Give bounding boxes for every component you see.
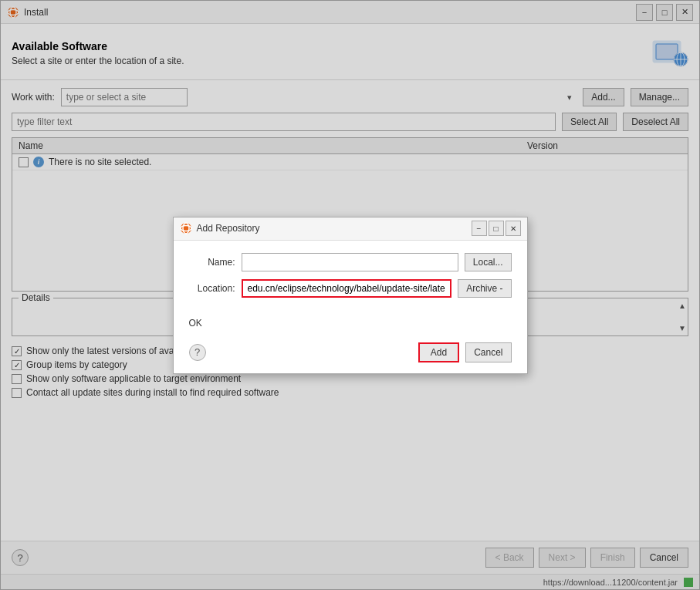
dialog-help-button[interactable]: ? bbox=[189, 344, 206, 361]
dialog-title-bar: Add Repository − □ ✕ bbox=[174, 217, 527, 241]
dialog-eclipse-icon bbox=[180, 222, 192, 234]
local-button[interactable]: Local... bbox=[465, 253, 512, 271]
dialog-cancel-button[interactable]: Cancel bbox=[465, 342, 511, 362]
name-field-row: Name: Local... bbox=[189, 253, 512, 271]
dialog-content: Name: Local... Location: Archive - bbox=[174, 241, 527, 318]
dialog-minimize-button[interactable]: − bbox=[472, 221, 487, 236]
dialog-title-controls: − □ ✕ bbox=[472, 221, 521, 236]
dialog-footer: ? Add Cancel bbox=[174, 335, 527, 373]
archive-button[interactable]: Archive - bbox=[458, 279, 511, 298]
dialog-title-left: Add Repository bbox=[180, 222, 260, 234]
add-repository-dialog: Add Repository − □ ✕ Name: Local... Loca… bbox=[173, 217, 528, 374]
dialog-overlay: Add Repository − □ ✕ Name: Local... Loca… bbox=[0, 0, 700, 590]
dialog-add-button[interactable]: Add bbox=[418, 342, 459, 362]
dialog-close-button[interactable]: ✕ bbox=[506, 221, 521, 236]
ok-row: OK bbox=[174, 318, 527, 335]
location-field-input[interactable] bbox=[242, 279, 452, 298]
location-field-label: Location: bbox=[189, 283, 235, 294]
name-field-input[interactable] bbox=[242, 253, 458, 271]
location-field-row: Location: Archive - bbox=[189, 279, 512, 298]
dialog-maximize-button[interactable]: □ bbox=[489, 221, 504, 236]
dialog-footer-right: Add Cancel bbox=[418, 342, 512, 362]
dialog-title-text: Add Repository bbox=[197, 223, 260, 234]
ok-text: OK bbox=[189, 318, 202, 329]
name-field-label: Name: bbox=[189, 257, 235, 268]
svg-point-10 bbox=[181, 223, 191, 234]
